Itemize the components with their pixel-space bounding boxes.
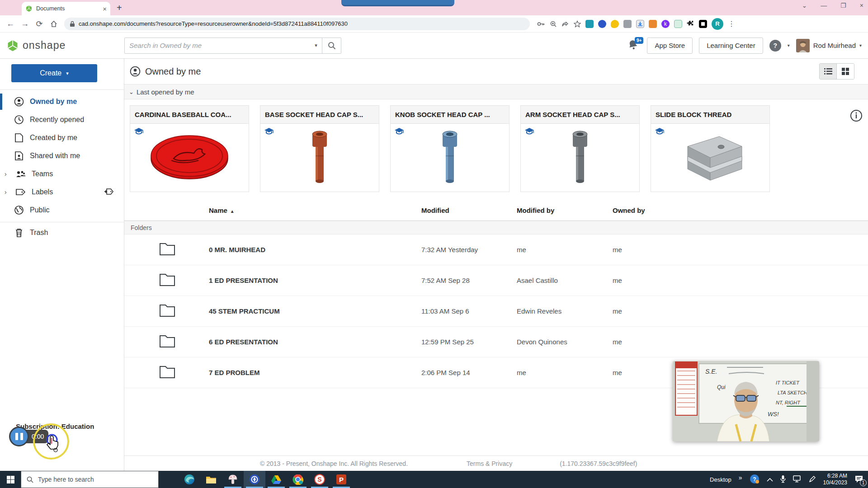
browser-tab-documents[interactable]: Documents × (22, 2, 110, 15)
search-scope-caret-icon[interactable]: ▾ (310, 38, 322, 53)
taskbar-app-recorder[interactable] (244, 471, 265, 488)
taskbar-app-powerpoint[interactable]: P (330, 471, 352, 488)
sidebar-item-shared-with-me[interactable]: Shared with me (0, 147, 124, 165)
app-store-button[interactable]: App Store (647, 38, 693, 54)
section-collapse-icon[interactable]: ⌄ (129, 89, 134, 95)
bookmark-star-icon[interactable] (574, 20, 581, 28)
url-bar[interactable]: cad.onshape.com/documents?resourceType=r… (64, 18, 530, 30)
extension-icon-4[interactable] (623, 20, 632, 28)
recorder-pause-button[interactable] (9, 427, 29, 446)
document-card[interactable]: KNOB SOCKET HEAD CAP ... (390, 105, 509, 192)
extension-icon-k[interactable]: k (661, 20, 670, 28)
desktop-toolbar-label[interactable]: Desktop (710, 476, 731, 483)
info-icon[interactable] (850, 109, 863, 124)
section-last-opened[interactable]: ⌄ Last opened by me (124, 84, 868, 99)
window-minimize-button[interactable]: — (821, 2, 827, 9)
pen-icon[interactable] (809, 475, 816, 484)
sidebar-item-owned-by-me[interactable]: Owned by me (0, 93, 124, 111)
forward-button[interactable]: → (19, 18, 31, 30)
back-button[interactable]: ← (5, 18, 16, 30)
list-view-button[interactable] (820, 64, 837, 79)
onshape-logo[interactable]: onshape (6, 39, 66, 52)
column-name[interactable]: Name▲ (209, 206, 421, 214)
tray-help-icon[interactable]: ? (750, 474, 760, 485)
start-button[interactable] (0, 471, 21, 488)
sidebar-item-public[interactable]: Public (0, 201, 124, 219)
document-card[interactable]: BASE SOCKET HEAD CAP S... (260, 105, 379, 192)
browser-profile-avatar[interactable]: R (712, 18, 723, 30)
extension-icon-7[interactable] (699, 20, 707, 28)
tray-expand-icon[interactable] (767, 476, 773, 483)
sidebar-item-recently-opened[interactable]: Recently opened (0, 111, 124, 129)
taskbar-app-chrome[interactable] (287, 471, 309, 488)
learning-center-button[interactable]: Learning Center (699, 38, 763, 54)
new-tab-button[interactable]: + (117, 3, 122, 13)
zoom-icon[interactable] (550, 20, 557, 28)
sidebar-item-trash[interactable]: Trash (0, 222, 124, 240)
taskbar-app-edge[interactable] (179, 471, 200, 488)
download-tray-icon[interactable] (636, 20, 644, 28)
taskbar-app-3[interactable] (222, 471, 244, 488)
sidebar-item-teams[interactable]: › Teams (0, 165, 124, 183)
share-icon[interactable] (561, 20, 569, 27)
column-owned-by[interactable]: Owned by (613, 206, 868, 214)
whiteboard-text: S.E. (705, 368, 717, 375)
network-display-icon[interactable] (793, 475, 802, 484)
window-close-button[interactable]: × (860, 2, 863, 9)
column-modified-by[interactable]: Modified by (517, 206, 613, 214)
home-button[interactable] (48, 18, 60, 30)
sidebar-item-created-by-me[interactable]: Created by me (0, 129, 124, 147)
taskbar-clock[interactable]: 6:28 AM 10/4/2023 (823, 473, 847, 486)
table-row[interactable]: 45 STEM PRACTICUM 11:03 AM Sep 6 Edwin R… (124, 296, 868, 327)
table-row[interactable]: 1 ED PRESENTATION 7:52 AM Sep 28 Asael C… (124, 265, 868, 296)
window-restore-button[interactable]: ❐ (840, 2, 846, 9)
table-row[interactable]: 0 MR. MUIRHEAD 7:32 AM Yesterday me me (124, 235, 868, 265)
tab-title: Documents (36, 5, 99, 12)
onshape-header: onshape Search in Owned by me ▾ 9+ App S… (0, 33, 868, 59)
add-label-icon[interactable] (103, 188, 114, 197)
taskbar-app-google-drive[interactable] (265, 471, 287, 488)
action-center-icon[interactable]: 1 (854, 475, 863, 484)
clock-icon (14, 115, 24, 125)
toolbar-chevrons-icon[interactable]: » (739, 474, 742, 481)
document-card[interactable]: ARM SOCKET HEAD CAP S... (520, 105, 640, 192)
extension-icon-6[interactable] (674, 20, 682, 28)
table-row[interactable]: 6 ED PRESENTATION 12:59 PM Sep 25 Devon … (124, 327, 868, 357)
webcam-overlay: S.E. Qui IT TICKET LTA SKETCH NT, RIGHT … (673, 361, 819, 441)
part-thumbnail-red-coin (146, 131, 232, 185)
terms-privacy-link[interactable]: Terms & Privacy (467, 460, 512, 467)
browser-menu-icon[interactable]: ⋮ (728, 19, 735, 28)
microphone-icon[interactable] (780, 475, 786, 484)
page-title: Owned by me (145, 66, 201, 77)
taskbar-app-file-explorer[interactable] (200, 471, 222, 488)
part-thumbnail-blue-screw (436, 130, 463, 186)
taskbar-app-screencastify[interactable]: S (309, 471, 330, 488)
user-menu[interactable]: Rod Muirhead ▾ (796, 39, 862, 52)
teams-expand-icon[interactable]: › (5, 170, 10, 178)
document-card[interactable]: SLIDE BLOCK THREAD (651, 105, 770, 192)
folder-icon (159, 365, 209, 380)
help-caret-icon[interactable]: ▾ (788, 43, 790, 48)
help-icon[interactable]: ? (769, 40, 781, 52)
labels-expand-icon[interactable]: › (5, 188, 10, 196)
password-key-icon[interactable] (537, 21, 545, 27)
notifications-bell[interactable]: 9+ (627, 39, 641, 52)
reload-button[interactable]: ⟳ (33, 18, 45, 30)
document-card[interactable]: CARDINAL BASEBALL COA... (130, 105, 249, 192)
extensions-puzzle-icon[interactable] (687, 20, 694, 28)
taskbar-search-box[interactable]: Type here to search (21, 471, 159, 488)
window-dropdown-icon[interactable]: ⌄ (802, 2, 807, 9)
grid-view-button[interactable] (837, 64, 854, 79)
extension-icon-3[interactable] (611, 20, 619, 28)
education-cap-icon (524, 127, 534, 137)
extension-icon-2[interactable] (598, 20, 606, 28)
search-button[interactable] (322, 38, 341, 53)
extension-icon-1[interactable] (585, 20, 594, 28)
create-button[interactable]: Create▾ (11, 64, 97, 82)
sidebar-item-labels[interactable]: › Labels (0, 183, 124, 201)
tab-close-icon[interactable]: × (103, 5, 107, 13)
extension-icon-5[interactable] (649, 20, 657, 28)
user-caret-icon: ▾ (859, 43, 862, 48)
column-modified[interactable]: Modified (421, 206, 517, 214)
search-input[interactable]: Search in Owned by me (125, 38, 310, 53)
